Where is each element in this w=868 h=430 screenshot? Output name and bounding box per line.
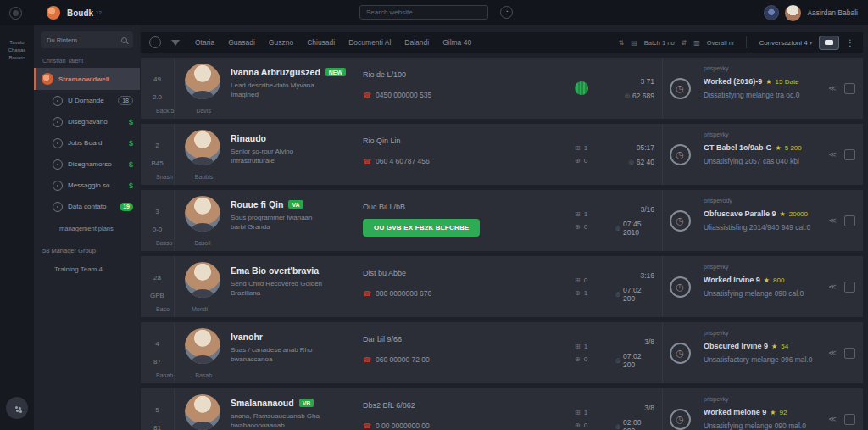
candidate-name[interactable]: Rouue fi Qin [231,199,283,209]
phone-number[interactable]: 0 00 0000000 00 [376,422,430,430]
activity-subtext: Uliassistisfing 2014/940 949 cal.0 [704,223,817,232]
sidebar-item-selected[interactable]: Stramaow'dwell [34,68,140,90]
sidebar-item[interactable]: Jobs Board $ [34,132,140,154]
avatar-link-1[interactable]: Snash [156,174,173,180]
overall-sort-label[interactable]: Overall nr [707,39,735,47]
activity-info-column: prispevky GT Babel 1o/9ab-G ★ 5 200 Unsa… [697,124,821,185]
rail-item[interactable]: Tavolo [8,37,26,45]
phone-number[interactable]: 060 4 60787 456 [376,157,430,165]
candidate-row[interactable]: 4 87 Banab Basab Ivanohr [141,322,863,383]
sort-asc-icon[interactable]: ⇅ [618,39,624,47]
org-badge-avatar[interactable] [764,5,779,20]
batch-sort-label[interactable]: Batch 1 no [644,39,675,47]
history-ring-icon[interactable]: ◷ [670,343,691,364]
avatar-link-2[interactable]: Davis [196,108,211,114]
collapse-icon[interactable]: ≪ [828,150,836,159]
sidebar-item[interactable]: Disegnavano $ [34,111,140,132]
phone-number[interactable]: 080 0000008 670 [376,289,431,298]
candidate-row[interactable]: 5 81 Barab Basiab Smalananaoud [141,388,863,430]
candidate-avatar[interactable] [185,64,220,99]
collapse-icon[interactable]: ≪ [828,282,836,291]
settings-fab-button[interactable] [6,397,28,419]
row-checkbox[interactable] [844,348,855,359]
view-tab[interactable]: Guszno [269,38,293,47]
view-tab[interactable]: Guasadi [228,38,255,47]
candidate-avatar[interactable] [185,394,220,430]
user-avatar[interactable] [785,5,801,21]
candidate-name[interactable]: Smalananaoud [231,398,294,408]
history-ring-icon[interactable]: ◷ [670,276,691,298]
avatar-link-2[interactable]: Basoli [194,240,210,246]
status-badge: VA [288,200,303,209]
sidebar-item[interactable]: Disegnamorso $ [34,154,140,175]
sidebar-item-training-team[interactable]: Training Team 4 [54,265,140,273]
candidate-row[interactable]: 49 2.0 Back 5 Davis Ivanna Arbruzg [141,58,863,119]
avatar-link-2[interactable]: Basab [195,372,212,378]
main-content: Otaria Guasadi Guszno Chiusadi Documenti… [140,25,868,430]
candidate-avatar[interactable] [185,328,220,364]
views-icon: ◎ [615,225,620,232]
history-ring-icon[interactable]: ◷ [670,409,691,430]
row-checkbox[interactable] [844,215,855,226]
global-search-input[interactable] [359,5,488,20]
view-tab[interactable]: Gilma 40 [442,38,471,47]
row-checkbox[interactable] [844,83,855,94]
candidate-avatar[interactable] [185,130,220,165]
candidate-avatar[interactable] [185,196,220,232]
grid-view-icon[interactable]: ▥ [693,39,700,47]
sidebar-search-input[interactable]: Du Rintern [41,31,133,48]
avatar-link-2[interactable]: Mondi [192,306,208,312]
avatar-link-1[interactable]: Banab [156,372,173,378]
collapse-icon[interactable]: ≪ [828,84,836,92]
history-ring-icon[interactable]: ◷ [670,144,691,165]
view-tab[interactable]: Otaria [195,38,214,47]
view-tab[interactable]: Dalandi [404,38,429,47]
brand-logo-icon[interactable] [47,6,60,20]
view-tab[interactable]: Chiusadi [307,38,335,47]
candidate-name[interactable]: Ema Bio overt'bravia [231,265,319,276]
sidebar-item[interactable]: Messaggio so $ [34,175,140,196]
sort-desc-icon[interactable]: ⇵ [682,39,687,47]
row-checkbox[interactable] [844,149,855,160]
sidebar-management-link[interactable]: management plans [59,225,140,232]
phone-row: ☎ 0 00 0000000 00 [363,422,575,430]
row-checkbox[interactable] [844,282,855,293]
collapse-icon[interactable]: ≪ [828,349,836,357]
phone-row: ☎ 0450 000000 535 [363,91,575,99]
collapse-icon[interactable]: ≪ [828,415,836,423]
row-checkbox[interactable] [844,414,855,425]
list-view-icon[interactable]: ▤ [631,39,637,47]
globe-icon[interactable] [149,36,161,48]
history-ring-icon[interactable]: ◷ [670,78,691,99]
phone-number[interactable]: 0450 000000 535 [376,91,431,99]
rail-item[interactable]: Chanas [8,45,26,53]
primary-action-button[interactable]: OU GVB EX FB2K BLFCRBE [363,219,480,237]
candidate-avatar[interactable] [185,262,220,298]
candidate-name[interactable]: Ivanna Arbruzguszed [231,67,320,77]
candidate-row[interactable]: 3 0-0 Basso Basoli Rouue fi Qin [141,190,863,251]
candidate-row[interactable]: 2a GPB Baco Mondi Ema Bio overt'br [141,256,863,317]
stat-row-2: ⊕ 0 [575,223,615,231]
view-tab[interactable]: Documenti Al [348,38,391,47]
avatar-link-1[interactable]: Baco [156,306,170,312]
avatar-link-1[interactable]: Basso [156,240,172,246]
history-ring-icon[interactable]: ◷ [670,210,691,232]
rail-item[interactable]: Bavaro [8,53,26,60]
home-icon[interactable] [9,7,22,20]
user-name[interactable]: Aasirdan Babali [807,8,858,17]
more-options-icon[interactable]: ⋮ [846,38,854,47]
notifications-icon[interactable]: ◔ [500,6,513,19]
metric-top-value: 05:17 [637,143,654,152]
avatar-link-1[interactable]: Back 5 [156,108,174,114]
candidate-row[interactable]: 2 B45 Snash Babbis Rinaudo [141,124,863,185]
conversations-button[interactable]: Conversazioni 4 ▾ [759,39,812,47]
candidate-name[interactable]: Ivanohr [231,332,263,342]
avatar-link-2[interactable]: Babbis [195,174,213,180]
collapse-icon[interactable]: ≪ [828,216,836,225]
sidebar-item[interactable]: U Domande 18 [34,90,140,111]
filter-icon[interactable] [171,40,180,46]
sidebar-item[interactable]: Data contato 19 [34,196,140,217]
candidate-name[interactable]: Rinaudo [231,133,266,143]
card-view-toggle-button[interactable] [819,36,839,50]
phone-number[interactable]: 060 00000 72 00 [376,355,430,364]
